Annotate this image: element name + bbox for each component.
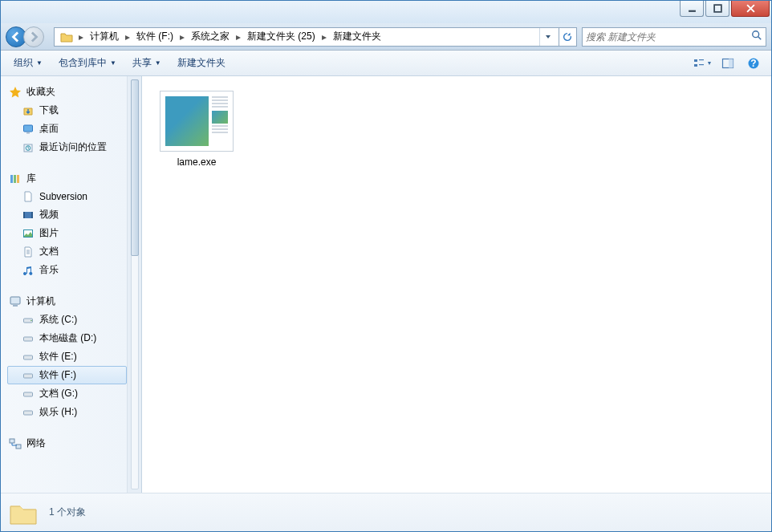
file-item[interactable]: lame.exe bbox=[156, 91, 237, 168]
svg-rect-0 bbox=[689, 10, 696, 12]
computer-icon bbox=[9, 295, 22, 308]
drive-icon bbox=[22, 332, 35, 345]
svg-rect-8 bbox=[729, 59, 733, 67]
tree-favorites[interactable]: 收藏夹 bbox=[7, 83, 127, 101]
chevron-right-icon[interactable]: ▸ bbox=[178, 31, 186, 43]
svg-point-2 bbox=[753, 31, 759, 38]
drive-icon bbox=[22, 369, 35, 382]
tree-recent[interactable]: 最近访问的位置 bbox=[7, 138, 127, 156]
chevron-down-icon: ▼ bbox=[707, 60, 713, 66]
svg-rect-5 bbox=[694, 64, 697, 67]
svg-rect-15 bbox=[10, 175, 13, 183]
tree-drive-h[interactable]: 娱乐 (H:) bbox=[7, 403, 127, 421]
chevron-right-icon[interactable]: ▸ bbox=[124, 31, 132, 43]
navigation-pane: 收藏夹 下载 桌面 最近访问的位置 库 bbox=[1, 76, 128, 493]
desktop-icon bbox=[22, 123, 35, 136]
svg-rect-16 bbox=[14, 175, 16, 183]
crumb-folder-2[interactable]: 新建文件夹 (25) bbox=[242, 27, 320, 46]
nav-pane-scrollbar[interactable] bbox=[128, 76, 142, 493]
tree-label: 娱乐 (H:) bbox=[39, 405, 77, 419]
organize-menu[interactable]: 组织▼ bbox=[7, 53, 49, 73]
crumb-folder-1[interactable]: 系统之家 bbox=[186, 27, 234, 46]
svg-rect-29 bbox=[24, 392, 33, 396]
tree-label: 音乐 bbox=[39, 263, 59, 277]
close-button[interactable] bbox=[731, 1, 770, 17]
tree-label: 计算机 bbox=[26, 294, 55, 308]
drive-icon bbox=[22, 351, 35, 363]
tree-documents[interactable]: 文档 bbox=[7, 242, 127, 261]
preview-pane-button[interactable] bbox=[717, 54, 739, 73]
svg-rect-31 bbox=[10, 439, 14, 443]
tree-label: 桌面 bbox=[39, 122, 59, 136]
network-icon bbox=[9, 437, 22, 450]
tree-label: 库 bbox=[26, 172, 36, 185]
tree-label: 软件 (E:) bbox=[39, 350, 77, 363]
tree-label: 最近访问的位置 bbox=[39, 140, 107, 154]
tree-drive-c[interactable]: 系统 (C:) bbox=[7, 311, 127, 329]
change-view-button[interactable]: ▼ bbox=[691, 54, 713, 73]
svg-text:?: ? bbox=[750, 58, 756, 69]
include-in-library-menu[interactable]: 包含到库中▼ bbox=[52, 53, 123, 73]
search-input[interactable] bbox=[586, 31, 751, 43]
address-bar[interactable]: ▸ 计算机 ▸ 软件 (F:) ▸ 系统之家 ▸ 新建文件夹 (25) ▸ 新建… bbox=[54, 27, 577, 47]
forward-button[interactable] bbox=[23, 26, 44, 47]
share-menu[interactable]: 共享▼ bbox=[126, 53, 168, 73]
refresh-button[interactable] bbox=[559, 28, 575, 46]
tree-drive-d[interactable]: 本地磁盘 (D:) bbox=[7, 329, 127, 347]
download-icon bbox=[22, 104, 35, 117]
chevron-down-icon: ▼ bbox=[110, 59, 116, 67]
chevron-right-icon[interactable]: ▸ bbox=[320, 31, 328, 43]
document-icon bbox=[22, 246, 35, 258]
svg-rect-6 bbox=[699, 64, 704, 65]
tree-drive-f[interactable]: 软件 (F:) bbox=[7, 366, 127, 384]
tree-label: 系统 (C:) bbox=[39, 313, 77, 327]
tree-videos[interactable]: 视频 bbox=[7, 205, 127, 224]
titlebar bbox=[1, 1, 771, 23]
svg-rect-4 bbox=[699, 59, 704, 60]
tree-music[interactable]: 音乐 bbox=[7, 261, 127, 279]
share-label: 共享 bbox=[132, 56, 152, 70]
help-button[interactable]: ? bbox=[742, 54, 765, 73]
svg-rect-1 bbox=[714, 5, 721, 12]
tree-desktop[interactable]: 桌面 bbox=[7, 120, 127, 138]
maximize-button[interactable] bbox=[705, 1, 729, 17]
music-icon bbox=[22, 264, 35, 277]
address-history-button[interactable] bbox=[539, 28, 555, 46]
file-list[interactable]: lame.exe bbox=[142, 76, 771, 493]
new-folder-button[interactable]: 新建文件夹 bbox=[171, 53, 232, 73]
chevron-right-icon[interactable]: ▸ bbox=[234, 31, 242, 43]
tree-pictures[interactable]: 图片 bbox=[7, 224, 127, 242]
include-label: 包含到库中 bbox=[59, 56, 107, 70]
organize-label: 组织 bbox=[14, 56, 33, 70]
search-icon[interactable] bbox=[751, 30, 762, 43]
svg-rect-23 bbox=[13, 305, 18, 307]
tree-label: 文档 bbox=[39, 245, 59, 258]
tree-group-libraries: 库 Subversion 视频 图片 文档 bbox=[7, 169, 127, 279]
tree-drive-g[interactable]: 文档 (G:) bbox=[7, 384, 127, 403]
minimize-button[interactable] bbox=[680, 1, 704, 17]
folder-icon bbox=[7, 497, 39, 529]
tree-group-network: 网络 bbox=[7, 434, 127, 453]
crumb-drive[interactable]: 软件 (F:) bbox=[132, 27, 178, 46]
svg-point-25 bbox=[30, 319, 32, 321]
chevron-down-icon: ▼ bbox=[155, 59, 161, 67]
tree-drive-e[interactable]: 软件 (E:) bbox=[7, 347, 127, 366]
svg-rect-19 bbox=[23, 212, 25, 218]
chevron-right-icon[interactable]: ▸ bbox=[77, 31, 85, 43]
item-count-text: 1 个对象 bbox=[49, 506, 86, 519]
tree-downloads[interactable]: 下载 bbox=[7, 101, 127, 120]
drive-icon bbox=[22, 388, 35, 400]
svg-rect-3 bbox=[694, 59, 697, 62]
tree-network[interactable]: 网络 bbox=[7, 434, 127, 453]
crumb-folder-3[interactable]: 新建文件夹 bbox=[328, 27, 386, 46]
search-box[interactable] bbox=[582, 27, 766, 47]
tree-libraries[interactable]: 库 bbox=[7, 169, 127, 188]
tree-group-favorites: 收藏夹 下载 桌面 最近访问的位置 bbox=[7, 83, 127, 156]
picture-icon bbox=[22, 227, 35, 240]
tree-subversion[interactable]: Subversion bbox=[7, 188, 127, 205]
svg-rect-11 bbox=[24, 125, 33, 132]
svg-rect-27 bbox=[24, 355, 33, 359]
tree-computer[interactable]: 计算机 bbox=[7, 292, 127, 311]
crumb-computer[interactable]: 计算机 bbox=[85, 27, 124, 46]
chevron-down-icon: ▼ bbox=[36, 59, 43, 67]
